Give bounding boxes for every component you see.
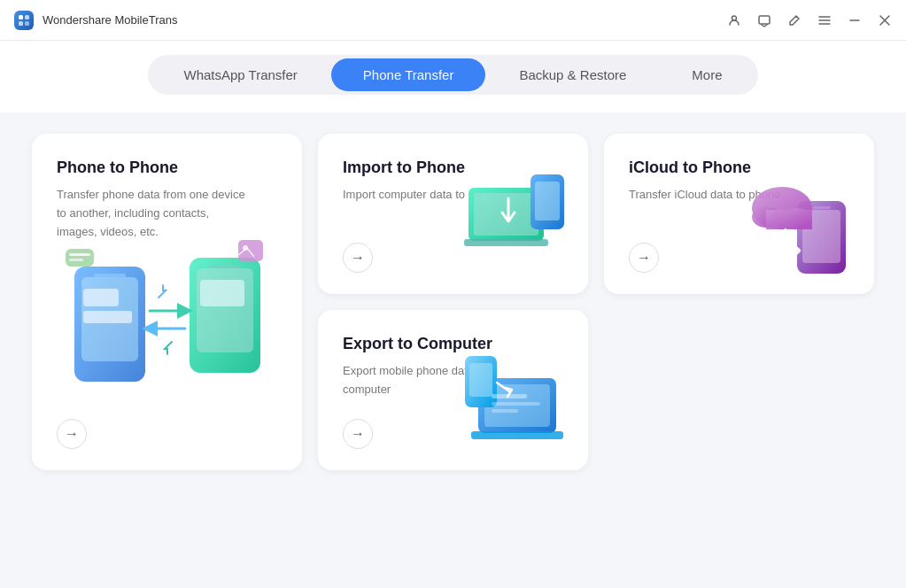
app-name: Wondershare MobileTrans bbox=[43, 13, 177, 27]
svg-rect-14 bbox=[200, 280, 244, 306]
svg-rect-0 bbox=[19, 15, 23, 19]
card-phone-to-phone-title: Phone to Phone bbox=[57, 159, 277, 177]
svg-rect-37 bbox=[492, 394, 527, 398]
tab-whatsapp-transfer[interactable]: WhatsApp Transfer bbox=[151, 58, 329, 91]
import-illustration bbox=[464, 170, 570, 276]
main-content: Phone to Phone Transfer phone data from … bbox=[0, 112, 906, 491]
nav-pill-container: WhatsApp Transfer Phone Transfer Backup … bbox=[148, 55, 757, 95]
app-icon bbox=[14, 11, 34, 30]
close-button[interactable] bbox=[878, 13, 892, 27]
card-export-arrow[interactable]: → bbox=[343, 419, 373, 449]
svg-rect-31 bbox=[766, 210, 812, 229]
tab-backup-restore[interactable]: Backup & Restore bbox=[487, 58, 658, 91]
svg-rect-22 bbox=[464, 239, 548, 246]
svg-rect-3 bbox=[25, 21, 29, 26]
svg-rect-5 bbox=[759, 16, 770, 24]
svg-rect-17 bbox=[69, 259, 83, 261]
svg-rect-24 bbox=[535, 182, 560, 220]
menu-icon[interactable] bbox=[817, 13, 832, 27]
svg-rect-38 bbox=[492, 402, 540, 406]
export-illustration bbox=[461, 352, 576, 458]
svg-rect-18 bbox=[238, 240, 263, 261]
svg-rect-39 bbox=[492, 409, 518, 413]
minimize-button[interactable] bbox=[848, 13, 862, 27]
feedback-icon[interactable] bbox=[757, 13, 771, 27]
svg-rect-15 bbox=[66, 249, 94, 267]
card-export-title: Export to Computer bbox=[343, 335, 563, 353]
card-phone-to-phone[interactable]: Phone to Phone Transfer phone data from … bbox=[32, 134, 302, 470]
card-icloud-arrow[interactable]: → bbox=[629, 243, 659, 273]
card-import-to-phone[interactable]: Import to Phone Import computer data to … bbox=[318, 134, 588, 294]
svg-rect-36 bbox=[469, 363, 492, 397]
svg-rect-27 bbox=[813, 206, 831, 209]
svg-rect-21 bbox=[474, 193, 538, 236]
icloud-illustration bbox=[748, 174, 863, 276]
svg-rect-1 bbox=[25, 15, 29, 19]
card-phone-to-phone-arrow[interactable]: → bbox=[57, 419, 87, 449]
svg-rect-12 bbox=[83, 289, 119, 306]
svg-rect-11 bbox=[209, 265, 241, 268]
svg-rect-34 bbox=[471, 431, 563, 439]
edit-icon[interactable] bbox=[787, 13, 801, 27]
svg-rect-8 bbox=[94, 274, 126, 277]
phone-to-phone-illustration bbox=[66, 231, 269, 408]
svg-rect-13 bbox=[83, 311, 132, 323]
tab-phone-transfer[interactable]: Phone Transfer bbox=[331, 58, 486, 91]
title-bar-controls bbox=[727, 13, 892, 27]
card-icloud-to-phone[interactable]: iCloud to Phone Transfer iCloud data to … bbox=[604, 134, 874, 294]
card-import-arrow[interactable]: → bbox=[343, 243, 373, 273]
account-icon[interactable] bbox=[727, 13, 741, 27]
card-export-to-computer[interactable]: Export to Computer Export mobile phone d… bbox=[318, 310, 588, 470]
nav-bar: WhatsApp Transfer Phone Transfer Backup … bbox=[0, 41, 906, 112]
title-bar: Wondershare MobileTrans bbox=[0, 0, 906, 41]
title-bar-left: Wondershare MobileTrans bbox=[14, 11, 177, 30]
tab-more[interactable]: More bbox=[660, 58, 754, 91]
svg-rect-2 bbox=[19, 21, 23, 26]
svg-rect-16 bbox=[69, 253, 90, 256]
